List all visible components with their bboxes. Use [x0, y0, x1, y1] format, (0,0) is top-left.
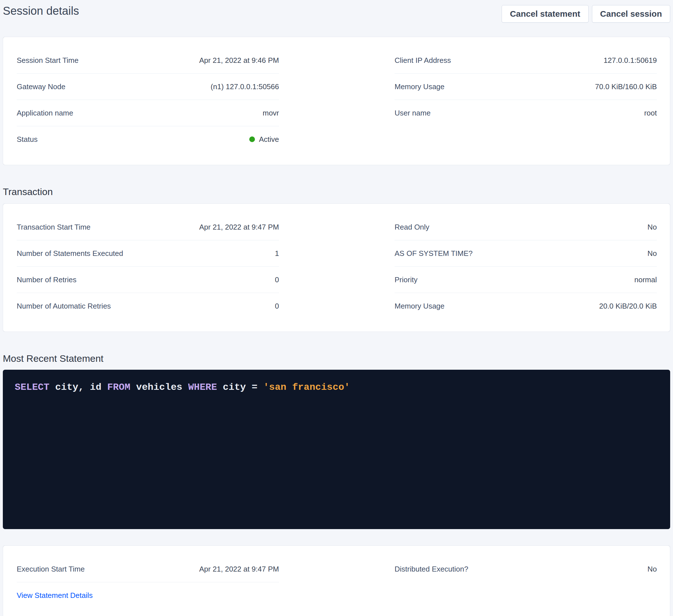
- transaction-card-right-column: Read Only No AS OF SYSTEM TIME? No Prior…: [395, 214, 657, 319]
- statements-executed-row: Number of Statements Executed 1: [17, 240, 279, 267]
- automatic-retries-row: Number of Automatic Retries 0: [17, 293, 279, 319]
- cancel-statement-button[interactable]: Cancel statement: [502, 5, 588, 23]
- session-memory-usage-label: Memory Usage: [395, 82, 444, 91]
- status-active-dot-icon: [249, 136, 255, 142]
- user-name-value: root: [644, 108, 657, 118]
- view-statement-details-row: View Statement Details: [17, 582, 279, 605]
- sql-statement-box: SELECT city, id FROM vehicles WHERE city…: [3, 370, 670, 529]
- statements-executed-value: 1: [275, 249, 279, 258]
- as-of-system-time-label: AS OF SYSTEM TIME?: [395, 249, 472, 258]
- application-name-label: Application name: [17, 108, 73, 118]
- distributed-execution-value: No: [648, 564, 657, 574]
- transaction-memory-usage-label: Memory Usage: [395, 301, 444, 311]
- client-ip-row: Client IP Address 127.0.0.1:50619: [395, 47, 657, 74]
- gateway-node-label: Gateway Node: [17, 82, 65, 91]
- sql-token-plain: city =: [217, 382, 263, 393]
- session-memory-usage-value: 70.0 KiB/160.0 KiB: [595, 82, 657, 91]
- read-only-value: No: [648, 222, 657, 232]
- user-name-label: User name: [395, 108, 431, 118]
- sql-token-keyword: WHERE: [188, 382, 217, 393]
- status-text: Active: [259, 134, 279, 144]
- session-summary-card: Session Start Time Apr 21, 2022 at 9:46 …: [3, 37, 670, 165]
- automatic-retries-label: Number of Automatic Retries: [17, 301, 111, 311]
- transaction-card-left-column: Transaction Start Time Apr 21, 2022 at 9…: [17, 214, 279, 319]
- session-card-left-column: Session Start Time Apr 21, 2022 at 9:46 …: [17, 47, 279, 152]
- page-title: Session details: [3, 4, 79, 18]
- execution-card-right-column: Distributed Execution? No: [395, 556, 657, 605]
- sql-token-keyword: SELECT: [15, 382, 49, 393]
- session-start-time-label: Session Start Time: [17, 55, 78, 65]
- number-of-retries-label: Number of Retries: [17, 275, 76, 285]
- priority-value: normal: [635, 275, 657, 285]
- transaction-start-time-row: Transaction Start Time Apr 21, 2022 at 9…: [17, 214, 279, 240]
- session-memory-usage-row: Memory Usage 70.0 KiB/160.0 KiB: [395, 74, 657, 100]
- status-row: Status Active: [17, 126, 279, 152]
- sql-token-keyword: FROM: [107, 382, 130, 393]
- transaction-start-time-label: Transaction Start Time: [17, 222, 91, 232]
- automatic-retries-value: 0: [275, 301, 279, 311]
- session-start-time-value: Apr 21, 2022 at 9:46 PM: [199, 55, 279, 65]
- header-actions: Cancel statement Cancel session: [502, 5, 670, 23]
- execution-start-time-value: Apr 21, 2022 at 9:47 PM: [199, 564, 279, 574]
- sql-statement-text: SELECT city, id FROM vehicles WHERE city…: [15, 382, 350, 393]
- gateway-node-row: Gateway Node (n1) 127.0.0.1:50566: [17, 74, 279, 100]
- as-of-system-time-row: AS OF SYSTEM TIME? No: [395, 240, 657, 267]
- session-card-right-column: Client IP Address 127.0.0.1:50619 Memory…: [395, 47, 657, 152]
- view-statement-details-link[interactable]: View Statement Details: [17, 591, 92, 600]
- priority-row: Priority normal: [395, 267, 657, 293]
- user-name-row: User name root: [395, 100, 657, 126]
- session-start-time-row: Session Start Time Apr 21, 2022 at 9:46 …: [17, 47, 279, 74]
- priority-label: Priority: [395, 275, 418, 285]
- statement-section-title: Most Recent Statement: [3, 352, 670, 365]
- status-label: Status: [17, 134, 38, 144]
- execution-start-time-label: Execution Start Time: [17, 564, 85, 574]
- status-value: Active: [249, 134, 279, 144]
- number-of-retries-value: 0: [275, 275, 279, 285]
- read-only-label: Read Only: [395, 222, 429, 232]
- distributed-execution-row: Distributed Execution? No: [395, 556, 657, 582]
- sql-token-plain: vehicles: [130, 382, 188, 393]
- sql-token-string: 'san francisco': [263, 382, 350, 393]
- application-name-value: movr: [263, 108, 279, 118]
- transaction-card: Transaction Start Time Apr 21, 2022 at 9…: [3, 204, 670, 332]
- transaction-memory-usage-row: Memory Usage 20.0 KiB/20.0 KiB: [395, 293, 657, 319]
- as-of-system-time-value: No: [648, 249, 657, 258]
- execution-card-left-column: Execution Start Time Apr 21, 2022 at 9:4…: [17, 556, 279, 605]
- transaction-start-time-value: Apr 21, 2022 at 9:47 PM: [199, 222, 279, 232]
- application-name-row: Application name movr: [17, 100, 279, 126]
- cancel-session-button[interactable]: Cancel session: [592, 5, 670, 23]
- statements-executed-label: Number of Statements Executed: [17, 249, 123, 258]
- client-ip-value: 127.0.0.1:50619: [604, 55, 657, 65]
- number-of-retries-row: Number of Retries 0: [17, 267, 279, 293]
- client-ip-label: Client IP Address: [395, 55, 451, 65]
- execution-start-time-row: Execution Start Time Apr 21, 2022 at 9:4…: [17, 556, 279, 582]
- page-header: Session details Cancel statement Cancel …: [0, 0, 673, 23]
- distributed-execution-label: Distributed Execution?: [395, 564, 468, 574]
- execution-card: Execution Start Time Apr 21, 2022 at 9:4…: [3, 546, 670, 616]
- gateway-node-link[interactable]: (n1) 127.0.0.1:50566: [211, 82, 279, 91]
- transaction-memory-usage-value: 20.0 KiB/20.0 KiB: [599, 301, 657, 311]
- sql-token-plain: city, id: [49, 382, 107, 393]
- read-only-row: Read Only No: [395, 214, 657, 240]
- transaction-section-title: Transaction: [3, 186, 670, 198]
